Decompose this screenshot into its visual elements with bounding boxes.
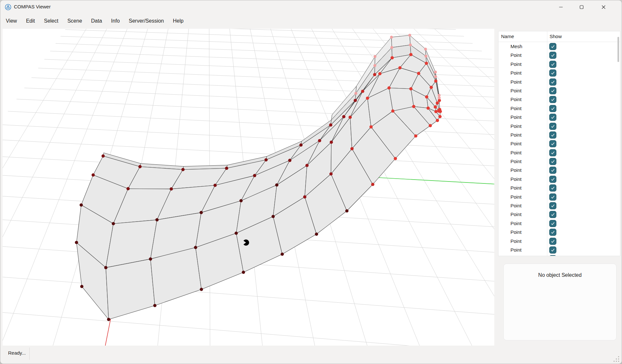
tree-row-label: Point (510, 70, 521, 76)
column-header-show: Show (550, 34, 562, 39)
tree-row[interactable]: Point (499, 149, 620, 157)
menu-item-help[interactable]: Help (168, 15, 188, 27)
tree-row-label: Point (510, 61, 521, 67)
check-icon (551, 239, 555, 244)
menu-item-info[interactable]: Info (107, 15, 124, 27)
tree-row-label: Point (510, 167, 521, 173)
menu-item-edit[interactable]: Edit (21, 15, 39, 27)
visibility-checkbox[interactable] (549, 193, 556, 201)
tree-row[interactable]: Point (499, 246, 620, 255)
tree-row[interactable]: Point (499, 51, 620, 60)
tree-row[interactable]: Point (499, 113, 620, 122)
menu-item-data[interactable]: Data (87, 15, 107, 27)
visibility-checkbox[interactable] (549, 123, 556, 130)
visibility-checkbox[interactable] (549, 211, 556, 218)
compas-logo-icon (5, 4, 11, 10)
visibility-checkbox[interactable] (549, 131, 556, 139)
visibility-checkbox[interactable] (549, 220, 556, 227)
tree-row[interactable]: Point (499, 166, 620, 175)
tree-row[interactable]: Point (499, 122, 620, 131)
visibility-checkbox[interactable] (549, 229, 556, 236)
status-separator (29, 348, 30, 360)
minimize-button[interactable] (552, 0, 570, 14)
tree-row-label: Point (510, 159, 521, 164)
visibility-checkbox[interactable] (549, 61, 556, 68)
tree-row[interactable]: Point (499, 104, 620, 113)
tree-row[interactable]: Mesh (499, 42, 620, 51)
tree-row[interactable]: Point (499, 87, 620, 95)
visibility-checkbox[interactable] (549, 52, 556, 59)
maximize-button[interactable] (572, 0, 591, 14)
menu-item-view[interactable]: View (1, 15, 21, 27)
tree-row-label: Point (510, 97, 521, 102)
menu-item-scene[interactable]: Scene (63, 15, 86, 27)
tree-row[interactable]: Point (499, 140, 620, 148)
visibility-checkbox[interactable] (549, 96, 556, 103)
check-icon (551, 159, 555, 164)
tree-row[interactable]: Point (499, 193, 620, 202)
check-icon (551, 106, 555, 111)
tree-row[interactable]: Point (499, 157, 620, 166)
check-icon (551, 186, 555, 190)
tree-row[interactable]: Point (499, 184, 620, 192)
tree-row[interactable]: Point (499, 175, 620, 184)
resize-grip[interactable] (612, 355, 619, 362)
tree-row[interactable]: Point (499, 78, 620, 87)
visibility-checkbox[interactable] (549, 202, 556, 209)
visibility-checkbox[interactable] (549, 78, 556, 86)
menu-item-server-session[interactable]: Server/Session (124, 15, 168, 27)
check-icon (551, 177, 555, 182)
tree-row-label: Point (510, 238, 521, 244)
mesh-surface (77, 35, 440, 319)
window-title: COMPAS Viewer (14, 0, 51, 14)
menu-bar: ViewEditSelectSceneDataInfoServer/Sessio… (1, 14, 188, 28)
tree-row[interactable]: Point (499, 202, 620, 210)
tree-row-label: Point (510, 52, 521, 58)
check-icon (551, 124, 555, 129)
tree-row[interactable]: Point (499, 237, 620, 246)
title-bar[interactable]: COMPAS Viewer (0, 0, 622, 14)
visibility-checkbox[interactable] (549, 167, 556, 174)
visibility-checkbox[interactable] (549, 105, 556, 112)
tree-row-label: Point (510, 79, 521, 85)
visibility-checkbox[interactable] (549, 255, 556, 256)
tree-row-label: Mesh (510, 44, 522, 49)
tree-row[interactable]: Point (499, 60, 620, 69)
visibility-checkbox[interactable] (549, 43, 556, 50)
visibility-checkbox[interactable] (549, 176, 556, 183)
minimize-icon (559, 5, 563, 9)
check-icon (551, 151, 555, 155)
visibility-checkbox[interactable] (549, 158, 556, 165)
scene-tree-panel: Name Show MeshPointPointPointPointPointP… (498, 31, 620, 256)
scrollbar-thumb[interactable] (617, 37, 619, 62)
check-icon (551, 221, 555, 226)
tree-row[interactable]: Point (499, 219, 620, 228)
tree-row-label: Point (510, 221, 521, 226)
tree-row[interactable]: Point (499, 131, 620, 140)
tree-row-label: Point (510, 123, 521, 129)
inspector-panel: No object Selected (503, 264, 617, 340)
visibility-checkbox[interactable] (549, 238, 556, 245)
tree-row[interactable]: Point (499, 69, 620, 78)
check-icon (551, 71, 555, 75)
viewport-3d[interactable] (3, 29, 494, 346)
visibility-checkbox[interactable] (549, 114, 556, 121)
tree-row[interactable]: Point (499, 228, 620, 237)
visibility-checkbox[interactable] (549, 140, 556, 147)
tree-row[interactable]: Point (499, 95, 620, 104)
tree-row[interactable]: Point (499, 210, 620, 219)
check-icon (551, 230, 555, 234)
visibility-checkbox[interactable] (549, 87, 556, 94)
close-button[interactable] (594, 0, 613, 14)
visibility-checkbox[interactable] (549, 69, 556, 77)
check-icon (551, 248, 555, 252)
tree-row-label: Point (510, 114, 521, 120)
visibility-checkbox[interactable] (549, 246, 556, 254)
tree-row[interactable]: Point (499, 255, 620, 256)
visibility-checkbox[interactable] (549, 184, 556, 192)
visibility-checkbox[interactable] (549, 149, 556, 156)
viewport-canvas[interactable] (3, 29, 494, 346)
menu-item-select[interactable]: Select (39, 15, 63, 27)
check-icon (551, 53, 555, 57)
maximize-icon (580, 5, 584, 9)
